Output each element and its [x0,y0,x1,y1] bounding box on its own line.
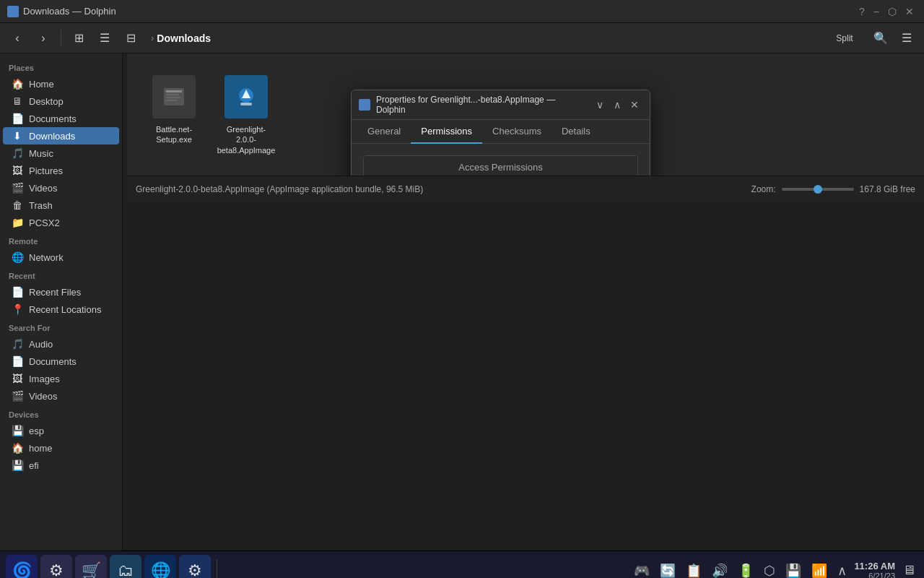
details-view-button[interactable]: ⊟ [119,27,142,50]
access-permissions-section: Access Permissions Owner: Can View & Mod… [363,155,638,176]
sidebar-item-downloads[interactable]: ⬇ Downloads [3,127,119,144]
images-icon: 🖼 [12,373,23,384]
sidebar-network-label: Network [29,252,64,263]
dialog-tabs: General Permissions Checksums Details [352,120,650,144]
file-icon-container-battlenet [151,74,197,120]
sidebar-item-efi[interactable]: 💾 efi [3,457,119,474]
sidebar-item-pictures[interactable]: 🖼 Pictures [3,162,119,179]
maximize-icon[interactable]: ⬡ [885,6,899,17]
taskbar-dolphin-icon[interactable]: 🗂 [110,555,141,579]
greenlight-filename: Greenlight-2.0.0-beta8.AppImage [217,124,276,155]
screen-icon[interactable]: 🖥 [899,560,918,578]
forward-button[interactable]: › [32,27,55,50]
clock-time: 11:26 AM [854,561,895,571]
sidebar-item-recent-locations[interactable]: 📍 Recent Locations [3,301,119,318]
sidebar-item-images[interactable]: 🖼 Images [3,370,119,387]
taskbar-separator [217,559,217,579]
dialog-expand-button[interactable]: ∧ [609,97,625,113]
home-icon: 🏠 [12,78,23,90]
taskbar-kde-button[interactable]: 🌀 [6,555,38,579]
sidebar-item-network[interactable]: 🌐 Network [3,249,119,266]
taskbar-clock[interactable]: 11:26 AM 6/21/23 [854,561,895,578]
tray-expand-icon[interactable]: ∧ [834,560,850,579]
steam-icon[interactable]: 🎮 [631,560,653,579]
sidebar-item-audio[interactable]: 🎵 Audio [3,335,119,353]
sidebar-item-esp[interactable]: 💾 esp [3,422,119,439]
storage-icon[interactable]: 💾 [783,560,804,579]
sidebar-item-home[interactable]: 🏠 Home [3,75,119,92]
home-device-icon: 🏠 [12,442,23,454]
taskbar-browser-icon[interactable]: 🌐 [144,555,176,579]
file-item-battlenet[interactable]: Battle.net-Setup.exe [141,68,206,161]
sidebar-item-pcsx2[interactable]: 📁 PCSX2 [3,214,119,231]
svg-rect-5 [166,100,177,101]
toolbar-right: Split 🔍 ☰ [823,27,918,50]
taskbar-settings-icon[interactable]: ⚙ [40,555,72,579]
wifi-icon[interactable]: 📶 [808,560,830,579]
zoom-slider[interactable] [782,188,854,191]
music-icon: 🎵 [12,147,23,159]
tab-checksums[interactable]: Checksums [482,120,552,144]
titlebar-left: Downloads — Dolphin [7,6,116,17]
bluetooth-icon[interactable]: ⬡ [761,560,778,579]
sidebar-videos-label: Videos [29,183,58,194]
search-button[interactable]: 🔍 [869,27,892,50]
remote-label: Remote [0,231,122,249]
sidebar-item-music[interactable]: 🎵 Music [3,144,119,162]
devices-label: Devices [0,405,122,422]
battery-icon[interactable]: 🔋 [735,560,757,579]
svg-rect-9 [240,103,252,105]
dolphin-titlebar-icon [7,6,19,17]
sidebar-item-home-device[interactable]: 🏠 home [3,439,119,457]
titlebar: Downloads — Dolphin ? − ⬡ ✕ [0,0,924,23]
breadcrumb: › Downloads [145,33,820,44]
tab-permissions[interactable]: Permissions [411,120,482,144]
toolbar: ‹ › ⊞ ☰ ⊟ › Downloads Split 🔍 ☰ [0,23,924,53]
file-icon-container-greenlight [223,74,269,120]
dialog-titlebar: Properties for Greenlight...-beta8.AppIm… [352,90,650,120]
close-icon[interactable]: ✕ [902,6,917,17]
videos-icon: 🎬 [12,182,23,194]
tab-details[interactable]: Details [552,120,601,144]
volume-icon[interactable]: 🔊 [709,560,731,579]
compact-view-button[interactable]: ☰ [93,27,116,50]
icon-view-button[interactable]: ⊞ [67,27,90,50]
desktop-icon: 🖥 [12,95,23,107]
documents-icon: 📄 [12,113,23,124]
sidebar-item-recent-files[interactable]: 📄 Recent Files [3,283,119,301]
dialog-content: Access Permissions Owner: Can View & Mod… [352,144,650,176]
search-docs-icon: 📄 [12,355,23,367]
clipboard-icon[interactable]: 📋 [683,560,705,579]
dialog-minimize-button[interactable]: ∨ [592,97,608,113]
window-title: Downloads — Dolphin [23,6,116,17]
sidebar-item-videos[interactable]: 🎬 Videos [3,179,119,197]
pcsx2-icon: 📁 [12,217,23,228]
file-item-greenlight[interactable]: Greenlight-2.0.0-beta8.AppImage [214,68,279,161]
sidebar-item-documents[interactable]: 📄 Documents [3,110,119,127]
sidebar: Places 🏠 Home 🖥 Desktop 📄 Documents ⬇ Do… [0,53,123,551]
dialog-title-controls: ∨ ∧ ✕ [592,97,642,113]
split-button[interactable]: Split [823,27,866,50]
battlenet-icon [152,75,196,118]
sidebar-downloads-label: Downloads [29,131,75,142]
taskbar-store-icon[interactable]: 🛒 [75,555,107,579]
taskbar-right: 🎮 🔄 📋 🔊 🔋 ⬡ 💾 📶 ∧ 11:26 AM 6/21/23 🖥 [631,560,918,579]
menu-button[interactable]: ☰ [895,27,918,50]
tab-general[interactable]: General [357,120,411,144]
titlebar-controls: ? − ⬡ ✕ [856,6,917,17]
sidebar-images-label: Images [29,374,60,384]
network-icon: 🌐 [12,251,23,263]
downloads-icon: ⬇ [12,130,23,142]
update-icon[interactable]: 🔄 [657,560,679,579]
file-area-wrapper: Battle.net-Setup.exe [127,53,924,551]
dialog-close-button[interactable]: ✕ [627,97,642,113]
sidebar-item-desktop[interactable]: 🖥 Desktop [3,92,119,110]
taskbar-kde-icon2[interactable]: ⚙ [179,555,211,579]
sidebar-item-search-videos[interactable]: 🎬 Videos [3,387,119,405]
help-icon[interactable]: ? [856,6,868,17]
back-button[interactable]: ‹ [6,27,29,50]
sidebar-item-search-docs[interactable]: 📄 Documents [3,353,119,370]
minimize-icon[interactable]: − [871,6,882,17]
sidebar-item-trash[interactable]: 🗑 Trash [3,197,119,214]
properties-dialog: Properties for Greenlight...-beta8.AppIm… [351,90,650,176]
